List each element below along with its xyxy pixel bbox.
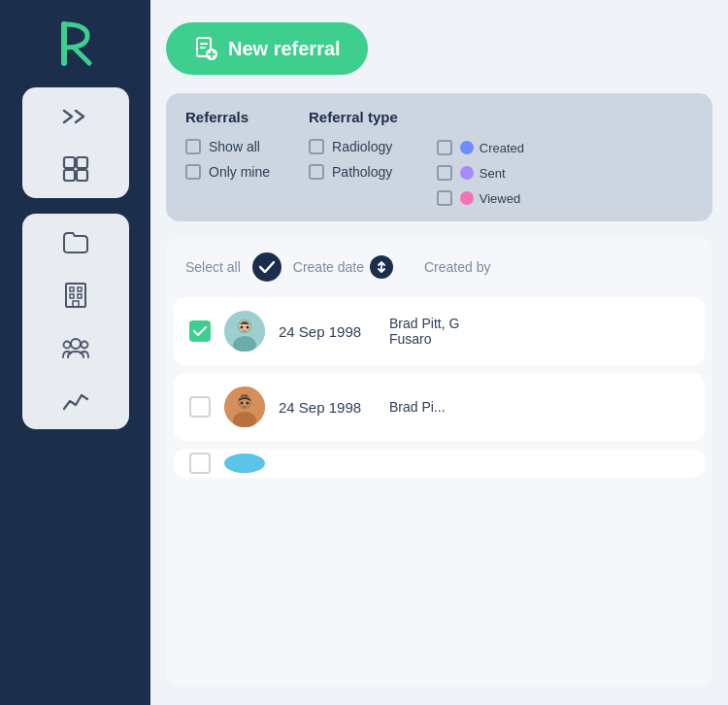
pathology-checkbox[interactable] (309, 164, 324, 180)
team-icon[interactable] (58, 330, 93, 365)
referrals-filter-group: Referrals Show all Only mine (185, 109, 270, 206)
show-all-checkbox[interactable] (185, 139, 201, 154)
svg-rect-8 (78, 294, 82, 298)
svg-point-28 (224, 455, 265, 473)
svg-rect-1 (77, 157, 87, 168)
only-mine-checkbox[interactable] (185, 164, 201, 180)
sort-icon (370, 255, 393, 279)
pathology-option[interactable]: Pathology (309, 164, 398, 180)
created-by-label: Created by (424, 259, 490, 275)
only-mine-label: Only mine (209, 164, 270, 180)
referrals-filter-title: Referrals (185, 109, 270, 125)
row-2-name: Brad Pi... (389, 399, 446, 415)
svg-point-26 (247, 402, 249, 405)
chart-icon[interactable] (58, 383, 93, 418)
row-2-date: 24 Sep 1998 (279, 399, 376, 416)
avatar (224, 311, 265, 352)
select-all-label: Select all (185, 259, 241, 275)
new-referral-label: New referral (228, 38, 341, 60)
create-date-label: Create date (293, 259, 364, 275)
sidebar-top-group (22, 87, 129, 198)
new-referral-button[interactable]: New referral (166, 22, 368, 75)
referral-type-filter-group: Referral type Radiology Pathology (309, 109, 398, 206)
check-icon (259, 261, 275, 273)
table-header: Select all Create date Created by (166, 237, 712, 297)
svg-rect-4 (66, 284, 85, 307)
pathology-label: Pathology (332, 164, 392, 180)
status-created-checkbox[interactable] (437, 140, 452, 155)
avatar-3-partial (224, 453, 265, 473)
status-filter-group: Created Sent Viewed (437, 109, 524, 206)
created-label: Created (480, 141, 524, 155)
avatar-2-image (224, 386, 265, 427)
svg-rect-7 (70, 294, 74, 298)
avatar (224, 386, 265, 427)
document-plus-icon (193, 36, 218, 61)
folder-icon[interactable] (58, 225, 93, 260)
svg-point-10 (71, 339, 81, 349)
status-sent-checkbox[interactable] (437, 165, 452, 181)
create-date-sort-button[interactable]: Create date (293, 255, 393, 279)
status-sent-badge: Sent (460, 166, 506, 181)
svg-point-20 (247, 326, 249, 329)
radiology-label: Radiology (332, 139, 392, 154)
referral-type-title: Referral type (309, 109, 398, 125)
status-created-badge: Created (460, 141, 524, 155)
created-dot (460, 141, 474, 154)
svg-rect-2 (64, 170, 75, 181)
sidebar-bottom-group (22, 214, 129, 429)
svg-rect-0 (64, 157, 75, 168)
row-1-name: Brad Pitt, GFusaro (389, 316, 459, 347)
svg-point-11 (63, 342, 70, 349)
logo (51, 19, 100, 68)
main-content: New referral Referrals Show all Only min… (150, 0, 728, 705)
only-mine-option[interactable]: Only mine (185, 164, 270, 180)
svg-rect-6 (78, 287, 82, 291)
expand-icon[interactable] (58, 99, 93, 134)
radiology-checkbox[interactable] (309, 139, 324, 154)
status-sent-option[interactable]: Sent (437, 165, 524, 181)
status-created-option[interactable]: Created (437, 140, 524, 155)
header-bar: New referral (166, 19, 712, 78)
app-logo-icon (56, 20, 95, 67)
svg-point-12 (81, 342, 87, 349)
row-check-icon (193, 326, 207, 336)
viewed-dot (460, 191, 474, 205)
select-all-button[interactable] (252, 252, 281, 282)
app-container: New referral Referrals Show all Only min… (0, 0, 728, 705)
svg-point-25 (241, 402, 244, 405)
filter-panel: Referrals Show all Only mine Referral ty… (166, 93, 712, 221)
radiology-option[interactable]: Radiology (309, 139, 398, 154)
show-all-label: Show all (209, 139, 260, 154)
row-1-date: 24 Sep 1998 (279, 323, 376, 340)
svg-rect-3 (77, 170, 87, 181)
avatar-1-image (224, 311, 265, 352)
sent-dot (460, 166, 474, 180)
table-row[interactable]: 24 Sep 1998 Brad Pi... (174, 373, 705, 441)
row-2-checkbox[interactable] (189, 396, 211, 418)
table-area: Select all Create date Created by (166, 237, 712, 686)
status-viewed-checkbox[interactable] (437, 190, 452, 206)
svg-rect-5 (70, 287, 74, 291)
sort-arrows-icon (375, 260, 388, 274)
building-icon[interactable] (58, 278, 93, 313)
svg-point-19 (241, 326, 244, 329)
svg-rect-27 (241, 394, 248, 398)
grid-icon[interactable] (58, 151, 93, 186)
viewed-label: Viewed (480, 191, 520, 206)
sidebar (0, 0, 150, 705)
table-row[interactable]: 24 Sep 1998 Brad Pitt, GFusaro (174, 297, 705, 365)
sent-label: Sent (480, 166, 506, 181)
table-row-peek (174, 449, 705, 478)
status-viewed-option[interactable]: Viewed (437, 190, 524, 206)
status-viewed-badge: Viewed (460, 191, 520, 206)
show-all-option[interactable]: Show all (185, 139, 270, 154)
row-1-checkbox[interactable] (189, 320, 211, 342)
